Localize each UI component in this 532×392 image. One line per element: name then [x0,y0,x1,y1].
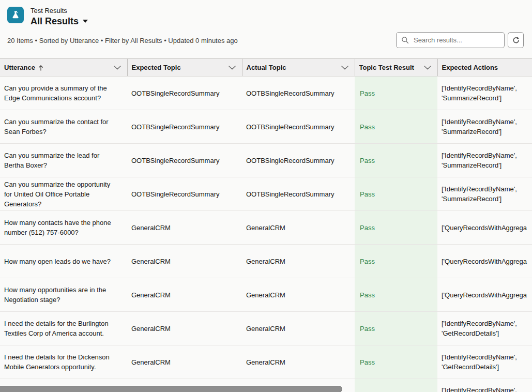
cell-expected-actions: ['QueryRecordsWithAggrega [437,245,532,278]
cell-actual-topic: GeneralCRM [242,278,355,312]
cell-expected-topic: GeneralCRM [127,211,242,245]
cell-topic-test-result-text: Pass [360,357,433,367]
entity-header: Test Results All Results [7,7,88,26]
cell-expected-actions-text: ['IdentifyRecordByName', 'GetRecordDetai… [442,319,532,338]
cell-actual-topic-text: OOTBSingleRecordSummary [246,156,351,165]
cell-topic-test-result: Pass [355,345,437,379]
list-meta-summary: 20 Items • Sorted by Utterance • Filter … [7,37,238,44]
search-input[interactable] [413,36,499,44]
cell-expected-actions: ['IdentifyRecordByName', 'SummarizeRecor… [437,177,532,211]
search-box[interactable] [396,32,505,48]
cell-expected-topic: GeneralCRM [127,312,242,345]
cell-utterance: How many open leads do we have? [0,245,127,278]
chevron-down-icon[interactable] [229,66,236,70]
cell-utterance-text: How many open leads do we have? [4,257,123,266]
pass-status: Pass [360,325,375,333]
table-header-row: UtteranceExpected TopicActual TopicTopic… [0,59,532,77]
cell-expected-actions-text: ['IdentifyRecordByName', 'SummarizeRecor… [442,83,532,103]
table-row[interactable]: Can you provide a summary of the Edge Co… [0,77,532,110]
table-row[interactable]: I need the details for the Dickenson Mob… [0,345,532,379]
table-row[interactable]: Can you summarize the lead for Bertha Bo… [0,144,532,177]
cell-utterance-text: I need the details for the Burlington Te… [4,319,123,338]
results-table-body: Can you provide a summary of the Edge Co… [0,77,532,392]
cell-actual-topic-text: GeneralCRM [246,324,351,334]
cell-expected-actions: ['IdentifyRecordByName', 'GetRecordDetai… [437,312,532,345]
cell-actual-topic-text: GeneralCRM [246,357,351,367]
cell-expected-actions: ['QueryRecordsWithAggrega [437,278,532,312]
cell-expected-topic: GeneralCRM [127,245,242,278]
results-table: UtteranceExpected TopicActual TopicTopic… [0,58,532,392]
cell-topic-test-result-text: Pass [360,122,433,132]
cell-actual-topic-text: GeneralCRM [246,223,351,233]
list-view-selector[interactable]: All Results [31,16,88,26]
cell-expected-topic-text: OOTBSingleRecordSummary [131,122,238,132]
chevron-down-icon[interactable] [424,66,431,70]
column-header-topic-test-result[interactable]: Topic Test Result [355,59,437,77]
pass-status: Pass [360,291,375,299]
cell-expected-actions-text: ['IdentifyRecordByName', [442,385,532,392]
cell-expected-topic-text: GeneralCRM [131,357,238,367]
cell-expected-actions-text: ['IdentifyRecordByName', 'SummarizeRecor… [442,184,532,204]
cell-actual-topic: GeneralCRM [242,211,355,245]
cell-expected-topic-text: OOTBSingleRecordSummary [131,88,238,98]
cell-actual-topic: GeneralCRM [242,245,355,278]
cell-expected-actions: ['IdentifyRecordByName', 'SummarizeRecor… [437,144,532,177]
cell-expected-actions: ['QueryRecordsWithAggrega [437,211,532,245]
cell-expected-actions-text: ['QueryRecordsWithAggrega [442,290,532,300]
table-row[interactable]: How many open leads do we have?GeneralCR… [0,245,532,278]
cell-topic-test-result-text: Pass [360,223,433,233]
cell-expected-topic-text: GeneralCRM [131,324,238,334]
table-row[interactable]: How many contacts have the phone number … [0,211,532,245]
cell-topic-test-result-text: Pass [360,290,433,300]
refresh-button[interactable] [508,32,524,48]
cell-expected-topic: OOTBSingleRecordSummary [127,77,242,110]
column-header-expected-actions[interactable]: Expected Actions [437,59,532,77]
cell-utterance: How many opportunities are in the Negoti… [0,278,127,312]
cell-actual-topic: GeneralCRM [242,312,355,345]
cell-expected-topic: OOTBSingleRecordSummary [127,177,242,211]
cell-utterance-text: Can you summarize the lead for Bertha Bo… [4,150,123,170]
chevron-down-icon[interactable] [341,66,348,70]
results-table-viewport: UtteranceExpected TopicActual TopicTopic… [0,58,532,392]
cell-topic-test-result: Pass [355,211,437,245]
cell-utterance: How many contacts have the phone number … [0,211,127,245]
caret-down-icon [83,20,88,23]
cell-actual-topic: OOTBSingleRecordSummary [242,110,355,144]
cell-utterance: I need the details for the Burlington Te… [0,312,127,345]
cell-expected-topic-text: GeneralCRM [131,290,238,300]
cell-utterance-text: Can you provide a summary of the Edge Co… [4,83,123,103]
chevron-down-icon[interactable] [114,66,121,70]
cell-utterance: Can you summarize the contact for Sean F… [0,110,127,144]
cell-expected-topic: GeneralCRM [127,345,242,379]
table-row[interactable]: Can you summarize the opportunity for Un… [0,177,532,211]
cell-utterance-text: How many contacts have the phone number … [4,218,123,237]
cell-expected-actions-text: ['IdentifyRecordByName', 'GetRecordDetai… [442,352,532,372]
cell-expected-topic-text: GeneralCRM [131,257,238,266]
test-results-page: Test Results All Results 20 Items • Sort… [0,0,532,392]
list-view-label: All Results [31,16,79,26]
cell-actual-topic: OOTBSingleRecordSummary [242,177,355,211]
cell-expected-topic-text: OOTBSingleRecordSummary [131,189,238,199]
cell-expected-actions: ['IdentifyRecordByName', 'SummarizeRecor… [437,110,532,144]
table-row[interactable]: How many opportunities are in the Negoti… [0,278,532,312]
cell-topic-test-result-text: Pass [360,88,433,98]
column-label: Topic Test Result [359,64,414,71]
cell-topic-test-result-text: Pass [360,156,433,165]
cell-actual-topic-text: OOTBSingleRecordSummary [246,122,351,132]
column-header-expected-topic[interactable]: Expected Topic [127,59,242,77]
cell-expected-actions: ['IdentifyRecordByName', 'SummarizeRecor… [437,77,532,110]
cell-topic-test-result: Pass [355,144,437,177]
cell-topic-test-result: Pass [355,110,437,144]
cell-utterance-text: Can you summarize the opportunity for Un… [4,179,123,209]
column-label: Expected Topic [132,64,181,71]
entity-titles: Test Results All Results [31,7,88,26]
table-row[interactable]: Can you summarize the contact for Sean F… [0,110,532,144]
cell-expected-topic: OOTBSingleRecordSummary [127,144,242,177]
cell-actual-topic-text: GeneralCRM [246,257,351,266]
table-row[interactable]: I need the details for the Burlington Te… [0,312,532,345]
column-header-actual-topic[interactable]: Actual Topic [242,59,355,77]
column-header-utterance[interactable]: Utterance [0,59,127,77]
horizontal-scrollbar-thumb[interactable] [0,386,342,392]
cell-expected-actions-text: ['IdentifyRecordByName', 'SummarizeRecor… [442,117,532,137]
cell-utterance-text: How many opportunities are in the Negoti… [4,285,123,305]
